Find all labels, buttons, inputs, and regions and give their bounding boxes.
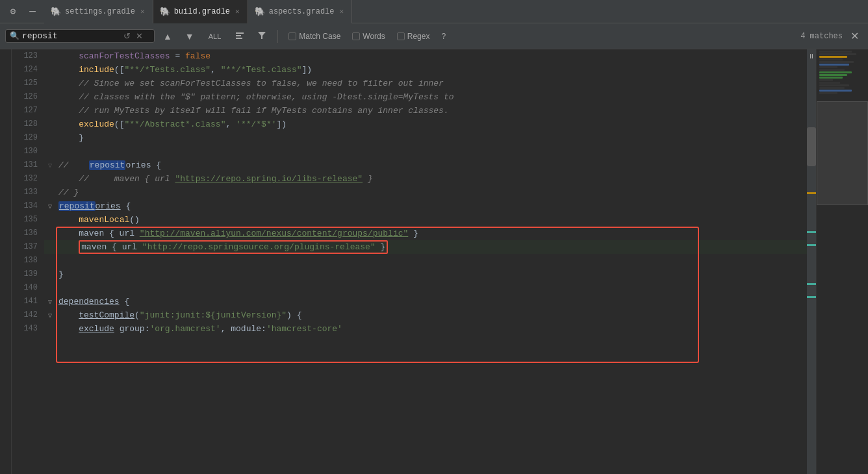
fold-gutter[interactable]: ▽ <box>44 308 56 322</box>
match-case-button[interactable]: Match Case <box>285 30 344 43</box>
search-all-button[interactable]: ALL <box>203 30 227 43</box>
scroll-marker-green3 <box>807 283 816 285</box>
scroll-marker-yellow <box>807 192 816 194</box>
fold-gutter[interactable]: ▽ <box>44 158 56 172</box>
tab-build-label: build.gradle <box>174 7 230 16</box>
regex-label: Regex <box>407 32 430 41</box>
tab-aspects-label: aspects.gradle <box>269 7 335 16</box>
search-input[interactable] <box>22 31 120 41</box>
minimap[interactable] <box>816 49 868 474</box>
match-case-label: Match Case <box>299 32 340 41</box>
line-number: 134 <box>12 199 44 213</box>
line-content: include(["**/*Tests.class", "**/*Test.cl… <box>56 63 807 77</box>
line-number: 140 <box>12 281 44 295</box>
words-button[interactable]: Words <box>348 30 389 43</box>
collapse-button[interactable]: — <box>23 0 42 23</box>
line-content: // run MyTests by itself will fail if My… <box>56 104 807 118</box>
fold-gutter <box>44 104 56 118</box>
search-matches: 4 matches <box>800 32 843 41</box>
scroll-marker-green4 <box>807 296 816 298</box>
line-content <box>56 145 807 158</box>
line-number: 135 <box>12 213 44 227</box>
minimap-viewport <box>817 101 868 205</box>
fold-gutter <box>44 49 56 63</box>
search-down-button[interactable]: ▼ <box>181 29 199 44</box>
fold-gutter <box>44 254 56 268</box>
tab-aspects-close[interactable]: ✕ <box>338 6 346 16</box>
fold-gutter <box>44 227 56 240</box>
line-content: exclude group:'org.hamcrest', module:'ha… <box>56 322 807 336</box>
fold-gutter <box>44 118 56 131</box>
search-close-button[interactable]: ✕ <box>847 29 863 44</box>
code-container[interactable]: 123 scanForTestClasses = false 124 inclu… <box>12 49 807 474</box>
scrollbar-thumb[interactable] <box>807 127 816 166</box>
tab-aspects[interactable]: 🐘 aspects.gradle ✕ <box>248 0 352 23</box>
editor-area: 123 scanForTestClasses = false 124 inclu… <box>0 49 868 474</box>
line-content: exclude(["**/Abstract*.class", '**/*$*']… <box>56 118 807 131</box>
line-number: 124 <box>12 63 44 77</box>
table-row: 132 // maven { url "https://repo.spring.… <box>12 172 807 186</box>
search-clear-button[interactable]: ✕ <box>134 31 144 41</box>
replace-icon <box>235 31 244 40</box>
help-button[interactable]: ? <box>437 30 450 43</box>
fold-gutter <box>44 281 56 295</box>
search-reset-button[interactable]: ↺ <box>122 31 132 41</box>
table-row: 142 ▽ testCompile("junit:junit:${junitVe… <box>12 308 807 322</box>
fold-gutter <box>44 172 56 186</box>
table-row: 126 // classes with the "$" pattern; oth… <box>12 90 807 104</box>
line-content: testCompile("junit:junit:${junitVersion}… <box>56 308 807 322</box>
line-number: 129 <box>12 131 44 145</box>
search-input-wrap: 🔍 ↺ ✕ <box>5 29 155 43</box>
line-content: // Since we set scanForTestClasses to fa… <box>56 77 807 90</box>
line-content: repositories { <box>56 199 807 213</box>
line-number: 143 <box>12 322 44 336</box>
table-row: 134 ▽ repositories { <box>12 199 807 213</box>
regex-button[interactable]: Regex <box>393 30 434 43</box>
fold-gutter <box>44 90 56 104</box>
gradle-icon-aspects: 🐘 <box>255 6 265 17</box>
search-bar: 🔍 ↺ ✕ ▲ ▼ ALL Match Case Words Regex ? 4… <box>0 23 868 49</box>
scrollbar[interactable]: ⏸ <box>807 49 816 474</box>
fold-gutter <box>44 63 56 77</box>
fold-gutter <box>44 145 56 158</box>
search-up-button[interactable]: ▲ <box>159 29 177 44</box>
tab-settings[interactable]: 🐘 settings.gradle ✕ <box>44 0 153 23</box>
tab-build-close[interactable]: ✕ <box>234 6 241 16</box>
line-number: 138 <box>12 254 44 268</box>
tab-build[interactable]: 🐘 build.gradle ✕ <box>153 0 248 23</box>
fold-gutter[interactable]: ▽ <box>44 295 56 308</box>
tab-settings-label: settings.gradle <box>65 7 135 16</box>
line-number: 136 <box>12 227 44 240</box>
svg-rect-0 <box>236 32 244 34</box>
words-checkbox <box>352 32 360 40</box>
table-row: 125 // Since we set scanForTestClasses t… <box>12 77 807 90</box>
fold-gutter[interactable]: ▽ <box>44 199 56 213</box>
table-row: 137 maven { url "http://repo.springsourc… <box>12 240 807 254</box>
line-content: scanForTestClasses = false <box>56 49 807 63</box>
line-number: 132 <box>12 172 44 186</box>
line-content: } <box>56 131 807 145</box>
line-number: 128 <box>12 118 44 131</box>
table-row: 140 <box>12 281 807 295</box>
search-filter-button[interactable] <box>231 29 249 44</box>
table-row: 129 } <box>12 131 807 145</box>
table-row: 138 <box>12 254 807 268</box>
table-row: 136 maven { url "http://maven.aliyun.com… <box>12 227 807 240</box>
gradle-icon-settings: 🐘 <box>51 6 61 17</box>
line-number: 139 <box>12 268 44 281</box>
tab-settings-close[interactable]: ✕ <box>139 6 146 16</box>
minimap-content <box>817 49 868 96</box>
line-content <box>56 281 807 295</box>
scroll-marker-green <box>807 231 816 233</box>
search-filter2-button[interactable] <box>253 28 271 44</box>
gear-button[interactable]: ⚙ <box>3 0 23 23</box>
line-number: 133 <box>12 186 44 199</box>
line-content: mavenLocal() <box>56 213 807 227</box>
fold-gutter <box>44 268 56 281</box>
words-label: Words <box>363 32 385 41</box>
line-content: maven { url "http://repo.springsource.or… <box>56 240 807 254</box>
pause-icon[interactable]: ⏸ <box>807 52 816 61</box>
fold-gutter <box>44 186 56 199</box>
table-row: 128 exclude(["**/Abstract*.class", '**/*… <box>12 118 807 131</box>
table-row: 141 ▽ dependencies { <box>12 295 807 308</box>
